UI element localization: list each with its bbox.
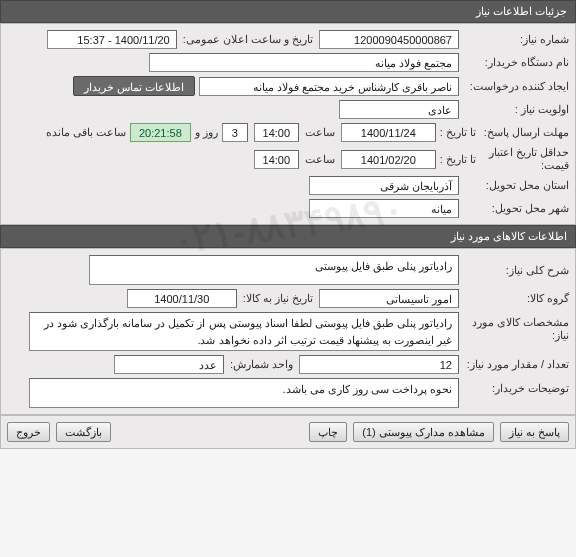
exit-button[interactable]: خروج (7, 422, 50, 442)
reply-button[interactable]: پاسخ به نیاز (500, 422, 569, 442)
label-spec: مشخصات کالای مورد نیاز: (459, 312, 569, 342)
label-time-1: ساعت (299, 126, 341, 139)
field-price-valid-date: 1401/02/20 (341, 150, 436, 169)
row-city: شهر محل تحویل: میانه (3, 197, 573, 220)
label-province: استان محل تحویل: (459, 179, 569, 192)
label-days-suffix: روز و (191, 126, 222, 139)
label-time-2: ساعت (299, 153, 341, 166)
label-unit: واحد شمارش: (224, 358, 299, 371)
row-need-number: شماره نیاز: 1200090450000867 تاریخ و ساع… (3, 28, 573, 51)
footer-spacer (117, 422, 303, 442)
label-deadline-send: مهلت ارسال پاسخ: (477, 126, 569, 139)
field-city: میانه (309, 199, 459, 218)
row-price-validity: حداقل تاریخ اعتبار قیمت: تا تاریخ : 1401… (3, 144, 573, 174)
row-province: استان محل تحویل: آذربایجان شرقی (3, 174, 573, 197)
field-deadline-time: 14:00 (254, 123, 299, 142)
label-group: گروه کالا: (459, 292, 569, 305)
field-announce-datetime: 1400/11/20 - 15:37 (47, 30, 177, 49)
field-priority: عادی (339, 100, 459, 119)
label-city: شهر محل تحویل: (459, 202, 569, 215)
field-province: آذربایجان شرقی (309, 176, 459, 195)
panel-goods-info: شرح کلی نیاز: رادیاتور پنلی طبق فایل پیو… (0, 248, 576, 415)
label-to-date-1: تا تاریخ : (436, 126, 477, 139)
row-group: گروه کالا: امور تاسیساتی تاریخ نیاز به ک… (3, 287, 573, 310)
footer-toolbar: پاسخ به نیاز مشاهده مدارک پیوستی (1) چاپ… (0, 415, 576, 449)
label-need-date: تاریخ نیاز به کالا: (237, 292, 319, 305)
field-deadline-date: 1400/11/24 (341, 123, 436, 142)
label-description: شرح کلی نیاز: (459, 264, 569, 277)
field-spec: رادیاتور پنلی طبق فایل پیوستی لطفا اسناد… (29, 312, 459, 351)
label-price-valid: حداقل تاریخ اعتبار قیمت: (477, 146, 569, 172)
row-deadline: مهلت ارسال پاسخ: تا تاریخ : 1400/11/24 س… (3, 121, 573, 144)
row-spec: مشخصات کالای مورد نیاز: رادیاتور پنلی طب… (3, 310, 573, 353)
label-buyer: نام دستگاه خریدار: (459, 56, 569, 69)
buyer-contact-button[interactable]: اطلاعات تماس خریدار (73, 76, 195, 96)
field-days-remaining: 3 (222, 123, 248, 142)
section-header-goods-info: اطلاعات کالاهای مورد نیاز (0, 225, 576, 248)
label-quantity: تعداد / مقدار مورد نیاز: (459, 358, 569, 371)
field-price-valid-time: 14:00 (254, 150, 299, 169)
row-quantity: تعداد / مقدار مورد نیاز: 12 واحد شمارش: … (3, 353, 573, 376)
field-quantity: 12 (299, 355, 459, 374)
field-buyer: مجتمع فولاد میانه (149, 53, 459, 72)
field-description: رادیاتور پنلی طبق فایل پیوستی (89, 255, 459, 285)
field-unit: عدد (114, 355, 224, 374)
label-to-date-2: تا تاریخ : (436, 153, 477, 166)
row-description: شرح کلی نیاز: رادیاتور پنلی طبق فایل پیو… (3, 253, 573, 287)
label-remaining-suffix: ساعت باقی مانده (42, 126, 130, 139)
field-need-number: 1200090450000867 (319, 30, 459, 49)
print-button[interactable]: چاپ (309, 422, 347, 442)
label-priority: اولویت نیاز : (459, 103, 569, 116)
row-creator: ایجاد کننده درخواست: ناصر باقری کارشناس … (3, 74, 573, 98)
field-need-date: 1400/11/30 (127, 289, 237, 308)
back-button[interactable]: بازگشت (56, 422, 111, 442)
label-need-number: شماره نیاز: (459, 33, 569, 46)
row-buyer: نام دستگاه خریدار: مجتمع فولاد میانه (3, 51, 573, 74)
field-creator: ناصر باقری کارشناس خرید مجتمع فولاد میان… (199, 77, 459, 96)
field-buyer-notes: نحوه پرداخت سی روز کاری می باشد. (29, 378, 459, 408)
label-creator: ایجاد کننده درخواست: (459, 80, 569, 93)
row-buyer-notes: توضیحات خریدار: نحوه پرداخت سی روز کاری … (3, 376, 573, 410)
label-buyer-notes: توضیحات خریدار: (459, 378, 569, 395)
panel-need-info: شماره نیاز: 1200090450000867 تاریخ و ساع… (0, 23, 576, 225)
field-remaining-clock: 20:21:58 (130, 123, 191, 142)
section-header-need-info: جزئیات اطلاعات نیاز (0, 0, 576, 23)
view-attachments-button[interactable]: مشاهده مدارک پیوستی (1) (353, 422, 494, 442)
row-priority: اولویت نیاز : عادی (3, 98, 573, 121)
field-group: امور تاسیساتی (319, 289, 459, 308)
label-announce-datetime: تاریخ و ساعت اعلان عمومی: (177, 33, 319, 46)
